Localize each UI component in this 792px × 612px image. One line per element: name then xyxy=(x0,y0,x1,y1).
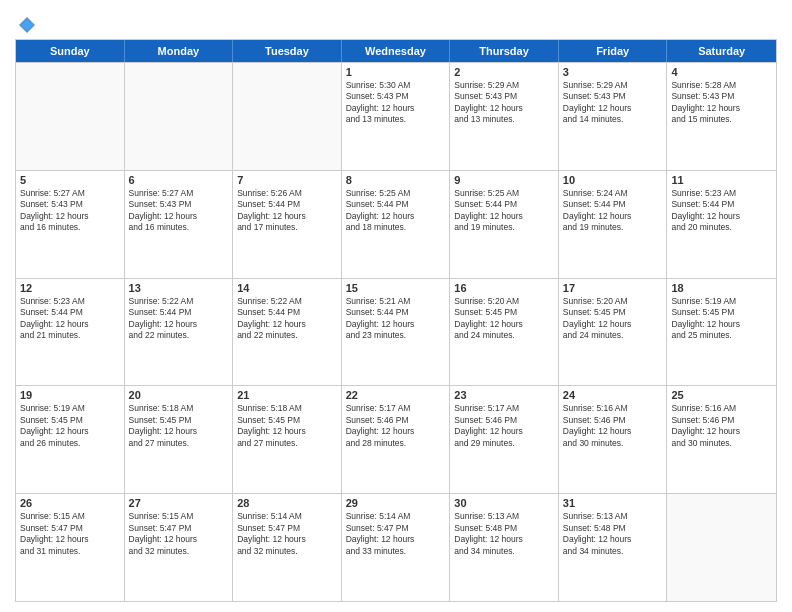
empty-cell xyxy=(233,63,342,170)
cell-info: Sunrise: 5:25 AM Sunset: 5:44 PM Dayligh… xyxy=(346,188,446,234)
day-number: 26 xyxy=(20,497,120,509)
header-day-thursday: Thursday xyxy=(450,40,559,62)
day-number: 6 xyxy=(129,174,229,186)
day-cell-25: 25Sunrise: 5:16 AM Sunset: 5:46 PM Dayli… xyxy=(667,386,776,493)
cell-info: Sunrise: 5:23 AM Sunset: 5:44 PM Dayligh… xyxy=(671,188,772,234)
cell-info: Sunrise: 5:27 AM Sunset: 5:43 PM Dayligh… xyxy=(20,188,120,234)
day-cell-8: 8Sunrise: 5:25 AM Sunset: 5:44 PM Daylig… xyxy=(342,171,451,278)
day-number: 28 xyxy=(237,497,337,509)
cell-info: Sunrise: 5:18 AM Sunset: 5:45 PM Dayligh… xyxy=(129,403,229,449)
cell-info: Sunrise: 5:29 AM Sunset: 5:43 PM Dayligh… xyxy=(454,80,554,126)
day-number: 29 xyxy=(346,497,446,509)
day-cell-27: 27Sunrise: 5:15 AM Sunset: 5:47 PM Dayli… xyxy=(125,494,234,601)
day-cell-1: 1Sunrise: 5:30 AM Sunset: 5:43 PM Daylig… xyxy=(342,63,451,170)
day-number: 5 xyxy=(20,174,120,186)
empty-cell xyxy=(125,63,234,170)
day-number: 25 xyxy=(671,389,772,401)
day-number: 7 xyxy=(237,174,337,186)
cell-info: Sunrise: 5:23 AM Sunset: 5:44 PM Dayligh… xyxy=(20,296,120,342)
day-cell-14: 14Sunrise: 5:22 AM Sunset: 5:44 PM Dayli… xyxy=(233,279,342,386)
calendar-row-2: 12Sunrise: 5:23 AM Sunset: 5:44 PM Dayli… xyxy=(16,278,776,386)
calendar-body: 1Sunrise: 5:30 AM Sunset: 5:43 PM Daylig… xyxy=(16,62,776,601)
day-number: 1 xyxy=(346,66,446,78)
day-number: 4 xyxy=(671,66,772,78)
cell-info: Sunrise: 5:16 AM Sunset: 5:46 PM Dayligh… xyxy=(671,403,772,449)
day-number: 10 xyxy=(563,174,663,186)
day-number: 2 xyxy=(454,66,554,78)
day-cell-24: 24Sunrise: 5:16 AM Sunset: 5:46 PM Dayli… xyxy=(559,386,668,493)
day-number: 9 xyxy=(454,174,554,186)
day-cell-15: 15Sunrise: 5:21 AM Sunset: 5:44 PM Dayli… xyxy=(342,279,451,386)
day-cell-22: 22Sunrise: 5:17 AM Sunset: 5:46 PM Dayli… xyxy=(342,386,451,493)
empty-cell xyxy=(16,63,125,170)
cell-info: Sunrise: 5:16 AM Sunset: 5:46 PM Dayligh… xyxy=(563,403,663,449)
day-cell-2: 2Sunrise: 5:29 AM Sunset: 5:43 PM Daylig… xyxy=(450,63,559,170)
header-day-tuesday: Tuesday xyxy=(233,40,342,62)
cell-info: Sunrise: 5:24 AM Sunset: 5:44 PM Dayligh… xyxy=(563,188,663,234)
calendar-row-3: 19Sunrise: 5:19 AM Sunset: 5:45 PM Dayli… xyxy=(16,385,776,493)
cell-info: Sunrise: 5:17 AM Sunset: 5:46 PM Dayligh… xyxy=(346,403,446,449)
cell-info: Sunrise: 5:21 AM Sunset: 5:44 PM Dayligh… xyxy=(346,296,446,342)
cell-info: Sunrise: 5:13 AM Sunset: 5:48 PM Dayligh… xyxy=(454,511,554,557)
header-day-wednesday: Wednesday xyxy=(342,40,451,62)
day-cell-5: 5Sunrise: 5:27 AM Sunset: 5:43 PM Daylig… xyxy=(16,171,125,278)
day-number: 3 xyxy=(563,66,663,78)
cell-info: Sunrise: 5:20 AM Sunset: 5:45 PM Dayligh… xyxy=(454,296,554,342)
page-header xyxy=(15,15,777,31)
cell-info: Sunrise: 5:22 AM Sunset: 5:44 PM Dayligh… xyxy=(129,296,229,342)
day-number: 14 xyxy=(237,282,337,294)
calendar-row-1: 5Sunrise: 5:27 AM Sunset: 5:43 PM Daylig… xyxy=(16,170,776,278)
day-cell-17: 17Sunrise: 5:20 AM Sunset: 5:45 PM Dayli… xyxy=(559,279,668,386)
cell-info: Sunrise: 5:19 AM Sunset: 5:45 PM Dayligh… xyxy=(671,296,772,342)
day-cell-7: 7Sunrise: 5:26 AM Sunset: 5:44 PM Daylig… xyxy=(233,171,342,278)
day-cell-11: 11Sunrise: 5:23 AM Sunset: 5:44 PM Dayli… xyxy=(667,171,776,278)
calendar-row-0: 1Sunrise: 5:30 AM Sunset: 5:43 PM Daylig… xyxy=(16,62,776,170)
cell-info: Sunrise: 5:15 AM Sunset: 5:47 PM Dayligh… xyxy=(129,511,229,557)
cell-info: Sunrise: 5:27 AM Sunset: 5:43 PM Dayligh… xyxy=(129,188,229,234)
cell-info: Sunrise: 5:29 AM Sunset: 5:43 PM Dayligh… xyxy=(563,80,663,126)
calendar-page: SundayMondayTuesdayWednesdayThursdayFrid… xyxy=(0,0,792,612)
cell-info: Sunrise: 5:28 AM Sunset: 5:43 PM Dayligh… xyxy=(671,80,772,126)
day-number: 27 xyxy=(129,497,229,509)
day-number: 13 xyxy=(129,282,229,294)
logo xyxy=(15,15,37,31)
cell-info: Sunrise: 5:26 AM Sunset: 5:44 PM Dayligh… xyxy=(237,188,337,234)
day-cell-18: 18Sunrise: 5:19 AM Sunset: 5:45 PM Dayli… xyxy=(667,279,776,386)
day-number: 23 xyxy=(454,389,554,401)
calendar-header: SundayMondayTuesdayWednesdayThursdayFrid… xyxy=(16,40,776,62)
day-cell-16: 16Sunrise: 5:20 AM Sunset: 5:45 PM Dayli… xyxy=(450,279,559,386)
day-number: 11 xyxy=(671,174,772,186)
day-number: 12 xyxy=(20,282,120,294)
day-number: 22 xyxy=(346,389,446,401)
day-number: 30 xyxy=(454,497,554,509)
cell-info: Sunrise: 5:25 AM Sunset: 5:44 PM Dayligh… xyxy=(454,188,554,234)
day-cell-23: 23Sunrise: 5:17 AM Sunset: 5:46 PM Dayli… xyxy=(450,386,559,493)
logo-icon xyxy=(17,15,37,35)
day-number: 31 xyxy=(563,497,663,509)
day-cell-26: 26Sunrise: 5:15 AM Sunset: 5:47 PM Dayli… xyxy=(16,494,125,601)
cell-info: Sunrise: 5:17 AM Sunset: 5:46 PM Dayligh… xyxy=(454,403,554,449)
day-cell-4: 4Sunrise: 5:28 AM Sunset: 5:43 PM Daylig… xyxy=(667,63,776,170)
cell-info: Sunrise: 5:30 AM Sunset: 5:43 PM Dayligh… xyxy=(346,80,446,126)
header-day-friday: Friday xyxy=(559,40,668,62)
day-cell-28: 28Sunrise: 5:14 AM Sunset: 5:47 PM Dayli… xyxy=(233,494,342,601)
cell-info: Sunrise: 5:22 AM Sunset: 5:44 PM Dayligh… xyxy=(237,296,337,342)
day-number: 24 xyxy=(563,389,663,401)
day-number: 18 xyxy=(671,282,772,294)
cell-info: Sunrise: 5:14 AM Sunset: 5:47 PM Dayligh… xyxy=(237,511,337,557)
day-number: 20 xyxy=(129,389,229,401)
day-cell-10: 10Sunrise: 5:24 AM Sunset: 5:44 PM Dayli… xyxy=(559,171,668,278)
calendar: SundayMondayTuesdayWednesdayThursdayFrid… xyxy=(15,39,777,602)
cell-info: Sunrise: 5:20 AM Sunset: 5:45 PM Dayligh… xyxy=(563,296,663,342)
day-cell-30: 30Sunrise: 5:13 AM Sunset: 5:48 PM Dayli… xyxy=(450,494,559,601)
empty-cell xyxy=(667,494,776,601)
day-cell-12: 12Sunrise: 5:23 AM Sunset: 5:44 PM Dayli… xyxy=(16,279,125,386)
day-cell-9: 9Sunrise: 5:25 AM Sunset: 5:44 PM Daylig… xyxy=(450,171,559,278)
day-cell-20: 20Sunrise: 5:18 AM Sunset: 5:45 PM Dayli… xyxy=(125,386,234,493)
header-day-saturday: Saturday xyxy=(667,40,776,62)
header-day-monday: Monday xyxy=(125,40,234,62)
header-day-sunday: Sunday xyxy=(16,40,125,62)
day-number: 16 xyxy=(454,282,554,294)
day-number: 15 xyxy=(346,282,446,294)
day-cell-3: 3Sunrise: 5:29 AM Sunset: 5:43 PM Daylig… xyxy=(559,63,668,170)
